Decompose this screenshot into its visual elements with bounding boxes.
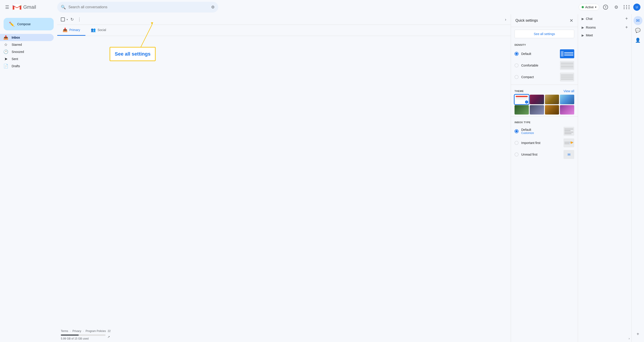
inbox-important-radio[interactable]: [514, 141, 518, 145]
density-compact-radio[interactable]: [514, 75, 518, 79]
theme-swatch-white[interactable]: ✓: [514, 95, 529, 104]
density-default-radio[interactable]: [514, 52, 518, 56]
active-status-button[interactable]: Active ▾: [579, 4, 599, 10]
select-dropdown-arrow[interactable]: ▾: [67, 18, 68, 21]
sidebar-item-sent[interactable]: ➤ Sent: [0, 55, 54, 62]
chat-add-button[interactable]: +: [625, 16, 628, 21]
sidebar: ✏️ Compose 📥 Inbox ☆ Starred 🕐 Snoozed ➤…: [0, 14, 57, 342]
sidebar-label-inbox: Inbox: [12, 36, 20, 39]
active-dot: [582, 6, 584, 8]
compose-button[interactable]: ✏️ Compose: [4, 18, 54, 30]
chat-section-chat[interactable]: ▶ Chat +: [578, 14, 632, 23]
storage-info: 5.99 GB of 15 GB used ↗: [61, 334, 507, 340]
density-compact-label: Compact: [521, 75, 557, 79]
inbox-default-radio[interactable]: [514, 129, 518, 133]
theme-swatch-gray-blue[interactable]: [530, 105, 544, 115]
drafts-icon: 📄: [4, 64, 8, 69]
apps-button[interactable]: [622, 3, 632, 12]
sidebar-item-drafts[interactable]: 📄 Drafts: [0, 62, 54, 70]
theme-swatch-brown[interactable]: [545, 95, 559, 104]
density-comfortable-label: Comfortable: [521, 64, 557, 67]
theme-swatch-orange[interactable]: [545, 105, 559, 115]
storage-fill: [61, 335, 79, 336]
refresh-button[interactable]: ↻: [70, 16, 75, 23]
inbox-unread-label: Unread first: [521, 153, 561, 156]
inbox-option-default[interactable]: Default Customize: [511, 126, 578, 137]
right-panel-mail-button[interactable]: ✉: [634, 16, 642, 25]
program-policies-link[interactable]: Program Policies: [86, 330, 106, 333]
inbox-unread-preview: ✉: [564, 150, 574, 159]
sidebar-item-starred[interactable]: ☆ Starred: [0, 41, 54, 48]
inbox-default-label: Default: [521, 128, 561, 132]
tab-social[interactable]: 👥 Social: [86, 25, 111, 36]
gmail-text: Gmail: [23, 4, 36, 10]
email-count: 22: [108, 330, 110, 333]
person-icon: 👤: [635, 37, 641, 43]
primary-tab-icon: 📥: [62, 27, 68, 32]
density-theme-divider: [511, 85, 578, 85]
density-option-compact[interactable]: Compact: [511, 71, 578, 83]
pagination-button[interactable]: ›: [504, 16, 507, 23]
chat-section-rooms[interactable]: ▶ Rooms +: [578, 23, 632, 32]
more-options-button[interactable]: ⋮: [76, 16, 82, 23]
theme-swatch-purple[interactable]: [560, 105, 574, 115]
email-footer: Terms · Privacy · Program Policies 22 5.…: [57, 328, 511, 342]
user-avatar[interactable]: U: [633, 3, 640, 11]
chevron-right-icon: ›: [505, 17, 506, 22]
density-option-default[interactable]: Default: [511, 48, 578, 60]
inbox-customize-link[interactable]: Customize: [521, 132, 561, 135]
density-default-label: Default: [521, 52, 557, 56]
chat-section-label: Chat: [586, 17, 625, 20]
settings-button[interactable]: ⚙: [612, 3, 621, 12]
rooms-add-button[interactable]: +: [625, 25, 628, 30]
footer-links: Terms · Privacy · Program Policies 22: [61, 330, 507, 333]
quick-settings-close-button[interactable]: ✕: [570, 18, 573, 23]
chat-panel-expand-icon[interactable]: ›: [628, 337, 630, 340]
privacy-link[interactable]: Privacy: [72, 330, 81, 333]
more-icon: ⋮: [77, 17, 82, 22]
right-panel-contacts-button[interactable]: 👤: [634, 36, 642, 45]
social-tab-icon: 👥: [91, 27, 96, 32]
inbox-option-important[interactable]: Important first ▶: [511, 137, 578, 149]
select-all-checkbox[interactable]: [61, 17, 65, 21]
tabs-bar: 📥 Primary 👥 Social: [57, 25, 511, 36]
header-left: ☰ Gmail: [0, 1, 57, 13]
right-panel-chat-button[interactable]: 💬: [634, 26, 642, 35]
filter-icon[interactable]: ⚙: [211, 5, 215, 9]
inbox-icon: 📥: [4, 35, 8, 40]
sidebar-label-snoozed: Snoozed: [12, 50, 24, 54]
quick-settings-panel: Quick settings ✕ See all settings DENSIT…: [511, 14, 578, 342]
inbox-option-unread[interactable]: Unread first ✉: [511, 149, 578, 160]
theme-grid: ✓: [511, 95, 578, 115]
radio-selected-dot: [516, 53, 518, 55]
gmail-logo[interactable]: Gmail: [12, 4, 36, 10]
theme-swatch-blue-sky[interactable]: [560, 95, 574, 104]
list-toolbar: ▾ ↻ ⋮ ›: [57, 14, 511, 25]
chat-section-meet[interactable]: ▶ Meet: [578, 32, 632, 39]
quick-settings-header: Quick settings ✕: [511, 14, 578, 27]
star-icon: ☆: [4, 42, 8, 47]
sidebar-item-snoozed[interactable]: 🕐 Snoozed: [0, 48, 54, 55]
search-input[interactable]: [68, 5, 208, 9]
help-button[interactable]: ?: [601, 3, 610, 12]
open-external-icon[interactable]: ↗: [107, 335, 110, 339]
view-all-themes-link[interactable]: View all: [564, 89, 574, 93]
density-option-comfortable[interactable]: Comfortable: [511, 60, 578, 71]
density-default-preview: [560, 49, 574, 58]
inbox-unread-radio[interactable]: [514, 153, 518, 157]
inbox-default-preview: [564, 127, 574, 136]
sidebar-item-inbox[interactable]: 📥 Inbox: [0, 34, 54, 41]
header-right: Active ▾ ? ⚙ U: [579, 3, 644, 12]
hamburger-menu[interactable]: ☰: [2, 3, 12, 12]
theme-swatch-green[interactable]: [514, 105, 529, 115]
density-comfortable-radio[interactable]: [514, 63, 518, 67]
gmail-m-icon: [12, 4, 22, 10]
tab-primary[interactable]: 📥 Primary: [57, 25, 86, 36]
rooms-section-label: Rooms: [586, 26, 625, 29]
theme-swatch-dark-red[interactable]: [530, 95, 544, 104]
main-wrapper: ✏️ Compose 📥 Inbox ☆ Starred 🕐 Snoozed ➤…: [0, 14, 644, 342]
rooms-expand-icon: ▶: [582, 26, 584, 29]
terms-link[interactable]: Terms: [61, 330, 68, 333]
right-panel-add-button[interactable]: +: [634, 330, 642, 339]
see-all-settings-button[interactable]: See all settings: [514, 30, 574, 38]
